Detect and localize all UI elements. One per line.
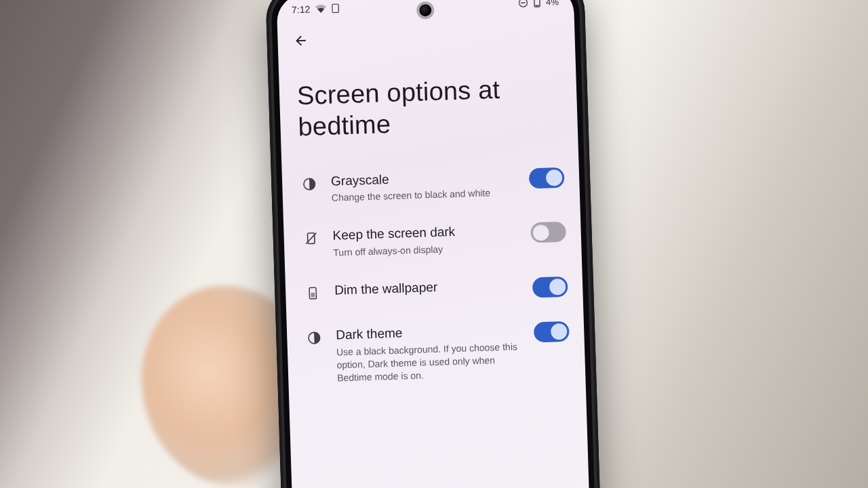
photo-backdrop: 7:12 [0,0,868,488]
toggle-keep-screen-dark[interactable] [530,222,566,243]
dnd-icon [518,0,528,7]
page-title: Screen options at bedtime [278,48,578,163]
row-dark-theme[interactable]: Dark theme Use a black background. If yo… [290,308,582,398]
battery-icon [534,0,540,7]
row-subtitle: Turn off always-on display [333,241,519,259]
dark-theme-icon [304,327,324,346]
toggle-grayscale[interactable] [529,167,565,189]
row-title: Dim the wallpaper [334,277,521,298]
row-title: Grayscale [331,167,517,189]
back-button[interactable] [285,25,316,56]
phone-screen: 7:12 [276,0,591,488]
arrow-left-icon [293,33,309,49]
svg-rect-5 [536,5,539,5]
toggle-dark-theme[interactable] [534,321,570,343]
phone: 7:12 [265,0,603,488]
sim-icon [332,3,339,13]
status-time: 7:12 [292,4,311,16]
screen-off-icon [301,228,321,247]
row-subtitle: Change the screen to black and white [332,186,517,205]
row-subtitle: Use a black background. If you choose th… [336,340,524,384]
row-grayscale[interactable]: Grayscale Change the screen to black and… [285,155,576,218]
contrast-half-icon [300,174,319,192]
row-title: Dark theme [336,321,522,343]
row-title: Keep the screen dark [332,222,519,243]
svg-rect-10 [311,293,315,298]
wifi-icon [315,5,326,13]
svg-point-1 [519,0,528,7]
row-keep-screen-dark[interactable]: Keep the screen dark Turn off always-on … [288,209,578,273]
svg-rect-0 [332,4,339,13]
settings-list: Grayscale Change the screen to black and… [281,155,586,398]
toggle-dim-wallpaper[interactable] [532,277,568,298]
status-battery: 4% [546,0,559,7]
wallpaper-icon [303,283,323,301]
